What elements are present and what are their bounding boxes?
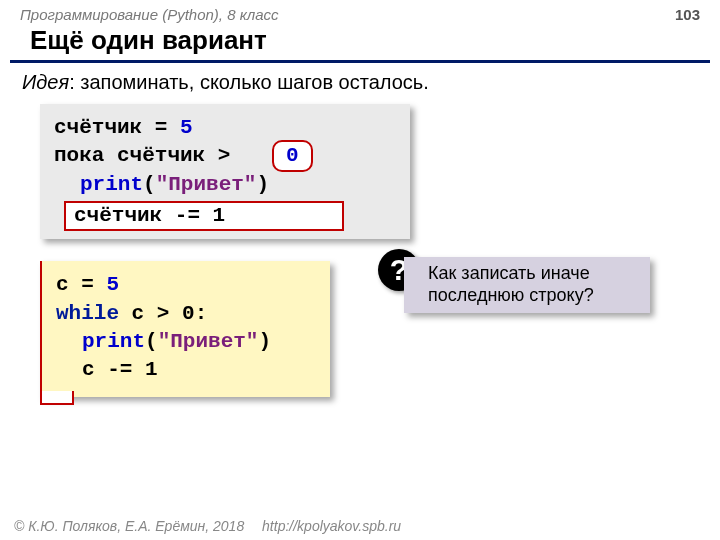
callout-decrement: счётчик -= 1 [64, 201, 344, 231]
number: 5 [180, 116, 193, 139]
string: "Привет" [158, 330, 259, 353]
footer: © К.Ю. Поляков, Е.А. Ерёмин, 2018 http:/… [14, 518, 401, 534]
row-2: c = 5 while c > 0: print("Привет") c -= … [0, 261, 720, 396]
idea-label: Идея [22, 71, 69, 93]
keyword-print: print [82, 330, 145, 353]
py-line-3: print("Привет") [56, 328, 316, 356]
number: 5 [106, 273, 119, 296]
page-title: Ещё один вариант [10, 25, 710, 63]
python-code-block: c = 5 while c > 0: print("Привет") c -= … [40, 261, 330, 396]
pseudocode-block: счётчик = 5 пока счётчик > print("Привет… [40, 104, 410, 239]
pseudo-line-2: пока счётчик > [54, 142, 396, 170]
paren: ( [143, 173, 156, 196]
paren: ( [145, 330, 158, 353]
copyright: © К.Ю. Поляков, Е.А. Ерёмин, 2018 [14, 518, 244, 534]
keyword-print: print [80, 173, 143, 196]
page-number: 103 [675, 6, 700, 23]
paren: ) [256, 173, 269, 196]
pseudo-line-3: print("Привет") [54, 171, 396, 199]
red-tab-marker [40, 391, 74, 405]
footer-url: http://kpolyakov.spb.ru [262, 518, 401, 534]
text: счётчик = [54, 116, 180, 139]
idea-text: : запоминать, сколько шагов осталось. [69, 71, 429, 93]
string: "Привет" [156, 173, 257, 196]
idea-line: Идея: запоминать, сколько шагов осталось… [0, 63, 720, 100]
course-label: Программирование (Python), 8 класс [20, 6, 279, 23]
text: пока счётчик > [54, 144, 230, 167]
py-line-4: c -= 1 [56, 356, 316, 384]
question-box: Как записать иначе последнюю строку? [404, 257, 650, 312]
header: Программирование (Python), 8 класс 103 [0, 0, 720, 25]
keyword-while: while [56, 302, 119, 325]
pseudo-line-1: счётчик = 5 [54, 114, 396, 142]
paren: ) [258, 330, 271, 353]
text: c > 0: [119, 302, 207, 325]
py-line-1: c = 5 [56, 271, 316, 299]
text: c = [56, 273, 106, 296]
py-line-2: while c > 0: [56, 300, 316, 328]
callout-zero: 0 [272, 140, 313, 172]
